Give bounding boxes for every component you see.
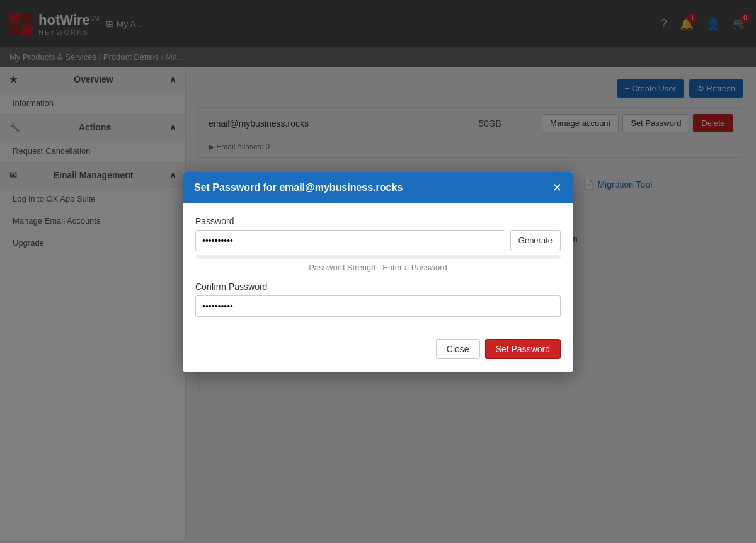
password-input[interactable] <box>195 230 505 251</box>
modal-header: Set Password for email@mybusiness.rocks … <box>183 172 573 203</box>
generate-button[interactable]: Generate <box>510 230 561 251</box>
set-password-modal-button[interactable]: Set Password <box>485 339 561 359</box>
confirm-password-input[interactable] <box>195 295 561 317</box>
strength-text: Password Strength: Enter a Password <box>195 263 561 272</box>
modal-overlay[interactable]: Set Password for email@mybusiness.rocks … <box>0 0 756 540</box>
confirm-password-label: Confirm Password <box>195 282 561 292</box>
confirm-password-group: Confirm Password <box>195 282 561 317</box>
password-label: Password <box>195 216 561 226</box>
modal-close-button[interactable]: ✕ <box>553 181 562 195</box>
modal-title: Set Password for email@mybusiness.rocks <box>194 182 403 193</box>
modal-footer: Close Set Password <box>183 333 573 372</box>
password-group: Password Generate Password Strength: Ent… <box>195 216 561 272</box>
strength-bar-container <box>195 255 561 259</box>
modal-body: Password Generate Password Strength: Ent… <box>183 203 573 333</box>
close-modal-button[interactable]: Close <box>436 339 480 359</box>
password-row: Generate <box>195 230 561 251</box>
modal: Set Password for email@mybusiness.rocks … <box>183 172 573 372</box>
